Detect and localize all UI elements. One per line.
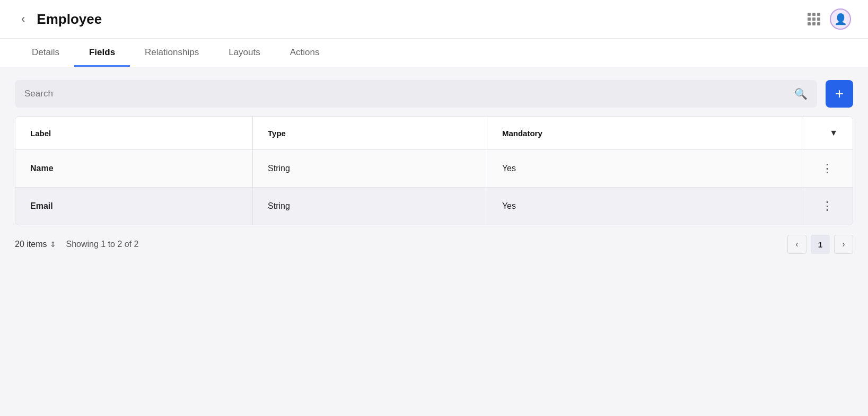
search-input[interactable] (24, 88, 794, 99)
col-header-filter[interactable]: ▼ (802, 117, 853, 150)
search-input-wrap: 🔍 (15, 80, 817, 108)
pagination: ‹ 1 › (787, 235, 853, 254)
tabs-bar: Details Fields Relationships Layouts Act… (0, 39, 868, 67)
footer-left: 20 items ⇕ Showing 1 to 2 of 2 (15, 240, 138, 249)
field-type-email: String (253, 188, 487, 225)
current-page-number: 1 (811, 235, 830, 254)
user-avatar[interactable]: 👤 (830, 8, 851, 30)
next-page-button[interactable]: › (834, 235, 853, 254)
search-area: 🔍 + (0, 67, 868, 116)
items-count[interactable]: 20 items ⇕ (15, 240, 56, 249)
plus-icon: + (835, 85, 844, 102)
chevron-down-icon: ▼ (829, 128, 838, 137)
page-title: Employee (37, 11, 102, 28)
search-icon: 🔍 (794, 87, 808, 100)
field-label-email: Email (15, 188, 253, 225)
field-actions-email: ⋮ (802, 188, 853, 225)
fields-table: Label Type Mandatory ▼ Name String Yes ⋮ (15, 117, 853, 225)
apps-grid-icon[interactable] (808, 13, 820, 25)
tab-layouts[interactable]: Layouts (214, 39, 275, 67)
header-left: ‹ Employee (17, 10, 102, 28)
field-label-name: Name (15, 150, 253, 188)
table-row: Email String Yes ⋮ (15, 188, 853, 225)
row-more-button[interactable]: ⋮ (817, 162, 838, 175)
header-right: 👤 (808, 8, 851, 30)
footer: 20 items ⇕ Showing 1 to 2 of 2 ‹ 1 › (0, 225, 868, 263)
tab-fields[interactable]: Fields (74, 39, 130, 67)
row-more-button[interactable]: ⋮ (817, 199, 838, 213)
col-header-label: Label (15, 117, 253, 150)
tab-actions[interactable]: Actions (275, 39, 335, 67)
field-type-name: String (253, 150, 487, 188)
sort-updown-icon: ⇕ (50, 240, 56, 249)
user-icon: 👤 (834, 13, 847, 25)
table-container: Label Type Mandatory ▼ Name String Yes ⋮ (0, 116, 868, 225)
field-mandatory-email: Yes (487, 188, 802, 225)
add-field-button[interactable]: + (826, 80, 853, 108)
showing-text: Showing 1 to 2 of 2 (66, 240, 138, 249)
table-wrap: Label Type Mandatory ▼ Name String Yes ⋮ (15, 116, 853, 225)
table-row: Name String Yes ⋮ (15, 150, 853, 188)
table-header-row: Label Type Mandatory ▼ (15, 117, 853, 150)
field-actions-name: ⋮ (802, 150, 853, 188)
field-mandatory-name: Yes (487, 150, 802, 188)
back-button[interactable]: ‹ (17, 10, 29, 28)
header: ‹ Employee 👤 (0, 0, 868, 39)
col-header-type: Type (253, 117, 487, 150)
tab-relationships[interactable]: Relationships (130, 39, 214, 67)
prev-page-button[interactable]: ‹ (787, 235, 806, 254)
tab-details[interactable]: Details (17, 39, 74, 67)
col-header-mandatory: Mandatory (487, 117, 802, 150)
